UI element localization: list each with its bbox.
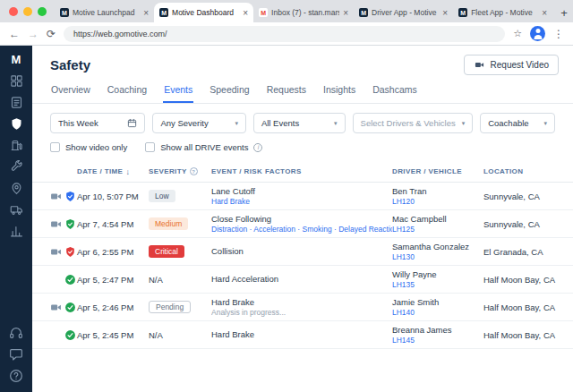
profile-avatar[interactable] (530, 26, 545, 41)
